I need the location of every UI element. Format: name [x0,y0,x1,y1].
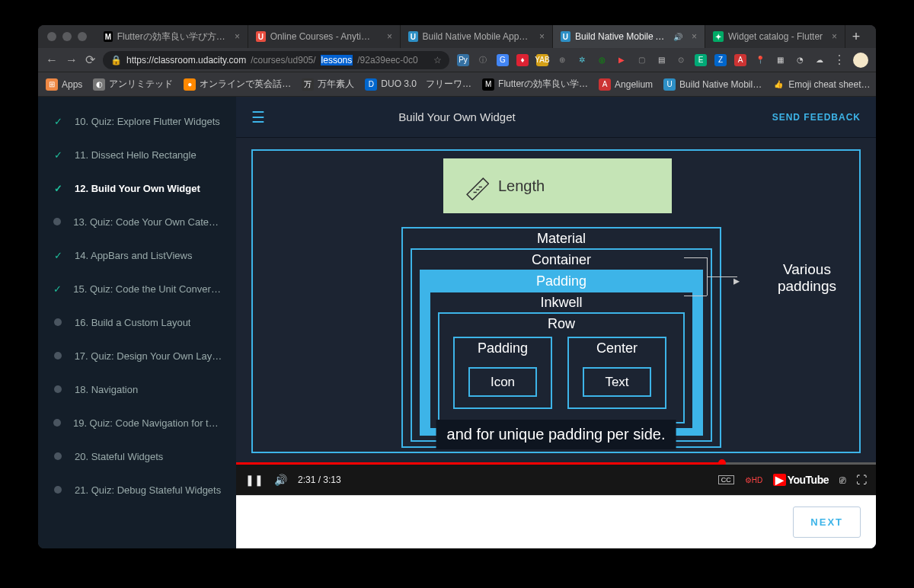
bullet-icon [52,216,62,228]
bookmark-item[interactable]: MFlutterの効率良い学… [482,78,588,91]
lock-icon: 🔒 [110,55,122,66]
volume-icon[interactable]: 🔊 [274,474,287,486]
address-bar[interactable]: 🔒 https://classroom.udacity.com/courses/… [103,51,449,69]
ext-icon[interactable]: ▦ [774,54,786,66]
browser-tab[interactable]: UBuild Native Mobile Apps with× [401,25,553,48]
close-tab-icon[interactable]: × [539,31,545,42]
content-area: ✓10. Quiz: Explore Flutter Widgets✓11. D… [38,97,876,548]
menu-icon[interactable]: ⋮ [833,53,845,67]
youtube-logo[interactable]: ▶YouTube [773,474,829,486]
ext-icon[interactable]: 📍 [754,54,766,66]
fullscreen-icon[interactable]: ⛶ [856,474,867,486]
ext-icon[interactable]: E [695,54,707,66]
ext-icon[interactable]: ◔ [794,54,806,66]
bookmark-item[interactable]: 👍Emoji cheat sheet… [772,78,870,91]
forward-button[interactable]: → [66,53,78,67]
check-icon: ✓ [52,149,64,161]
browser-tab[interactable]: UOnline Courses - Anytime, An× [248,25,401,48]
ext-icon[interactable]: YAB [536,54,548,66]
lesson-item[interactable]: ✓12. Build Your Own Widget [38,171,236,205]
profile-avatar[interactable] [853,53,868,68]
ext-icon[interactable]: ◎ [596,54,608,66]
lesson-item[interactable]: 18. Navigation [38,372,236,406]
lesson-item[interactable]: 19. Quiz: Code Navigation for the Un… [38,406,236,439]
bottom-bar: NEXT [236,495,876,548]
lesson-title: 10. Quiz: Explore Flutter Widgets [75,116,220,127]
cast-icon[interactable]: ⎚ [839,474,845,486]
bookmark-item[interactable]: AAngelium [599,78,653,91]
browser-tab[interactable]: ✦Widget catalog - Flutter× [705,25,845,48]
hd-button[interactable]: ⚙HD [745,476,762,484]
lesson-title: 19. Quiz: Code Navigation for the Un… [73,417,222,429]
ext-icon[interactable]: ♦ [516,54,529,66]
reload-button[interactable]: ⟳ [85,53,95,67]
close-window[interactable] [47,32,56,41]
bookmark-item[interactable]: ⊞Apps [46,78,82,91]
lesson-title: 21. Quiz: Debug Stateful Widgets [75,484,221,496]
close-tab-icon[interactable]: × [692,31,697,42]
bookmark-item[interactable]: UBuild Native Mobil… [663,78,762,91]
icon-box: Icon [468,367,537,397]
close-tab-icon[interactable]: × [235,31,240,42]
tab-strip: MFlutterの効率良い学び方 - Flutte×UOnline Course… [96,25,845,48]
svg-line-1 [474,190,477,193]
ext-icon[interactable]: Z [714,54,727,66]
ext-icon[interactable]: G [497,54,509,66]
video-player[interactable]: Length Material Container Padding Inkwel… [236,138,876,495]
ext-icon[interactable]: ⊙ [675,54,687,66]
next-button[interactable]: NEXT [793,507,861,538]
lesson-title: 12. Build Your Own Widget [75,183,200,194]
cc-button[interactable]: CC [718,475,734,484]
lesson-item[interactable]: ✓11. Dissect Hello Rectangle [38,138,236,171]
browser-tab[interactable]: MFlutterの効率良い学び方 - Flutte× [96,25,248,48]
lesson-item[interactable]: 13. Quiz: Code Your Own Category … [38,205,236,238]
back-button[interactable]: ← [46,53,58,67]
video-caption: and for unique padding per side. [436,420,676,449]
ext-icon[interactable]: ⓘ [477,54,489,66]
bookmark-item[interactable]: ◐アンリミテッド [93,78,173,91]
ext-icon[interactable]: ✲ [576,54,588,66]
lesson-item[interactable]: ✓15. Quiz: Code the Unit Converter A… [38,272,236,305]
extension-icons: Py ⓘ G ♦ YAB ⊕ ✲ ◎ ▶ ▢ ▤ ⊙ E Z A 📍 ▦ ◔ ☁… [457,53,868,68]
ext-icon[interactable]: ▢ [635,54,647,66]
ext-icon[interactable]: ▤ [655,54,667,66]
length-widget: Length [443,158,672,213]
pause-button[interactable]: ❚❚ [245,474,264,486]
lesson-item[interactable]: 21. Quiz: Debug Stateful Widgets [38,473,236,507]
check-icon: ✓ [52,249,64,261]
close-tab-icon[interactable]: × [387,31,392,42]
bookmark-item[interactable]: DDUO 3.0 フリーワ… [365,78,471,91]
minimize-window[interactable] [62,32,72,41]
lesson-item[interactable]: 20. Stateful Widgets [38,439,236,473]
lesson-title: 13. Quiz: Code Your Own Category … [73,216,222,228]
bullet-icon [52,350,64,362]
close-tab-icon[interactable]: × [832,31,837,42]
titlebar: MFlutterの効率良い学び方 - Flutte×UOnline Course… [38,25,876,48]
new-tab-button[interactable]: + [845,29,867,45]
ext-icon[interactable]: A [734,54,746,66]
star-icon[interactable]: ☆ [433,55,442,66]
bookmark-item[interactable]: 万万年素人 [302,78,354,91]
maximize-window[interactable] [78,32,87,41]
lesson-title: 15. Quiz: Code the Unit Converter A… [73,283,222,295]
traffic-lights[interactable] [47,32,87,41]
ext-icon[interactable]: Py [457,54,469,66]
menu-icon[interactable]: ☰ [251,108,265,126]
video-area: Length Material Container Padding Inkwel… [236,138,876,548]
lesson-item[interactable]: ✓14. AppBars and ListViews [38,238,236,272]
ext-icon[interactable]: ⊕ [556,54,568,66]
lesson-item[interactable]: 16. Build a Custom Layout [38,305,236,339]
text-box: Text [583,367,651,397]
ext-icon[interactable]: ▶ [615,54,628,66]
check-icon: ✓ [52,115,64,127]
browser-tab[interactable]: UBuild Native Mobile Apps🔊× [553,25,705,48]
lesson-title: 18. Navigation [75,384,138,395]
ext-icon[interactable]: ☁ [813,54,826,66]
bookmark-item[interactable]: ●オンラインで英会話… [184,78,291,91]
check-icon: ✓ [52,182,64,194]
lesson-item[interactable]: 17. Quiz: Design Your Own Layout [38,339,236,372]
annotation-text: Various paddings [778,261,836,295]
lesson-item[interactable]: ✓10. Quiz: Explore Flutter Widgets [38,104,236,138]
send-feedback-link[interactable]: SEND FEEDBACK [772,112,861,123]
toolbar: ← → ⟳ 🔒 https://classroom.udacity.com/co… [38,48,876,72]
